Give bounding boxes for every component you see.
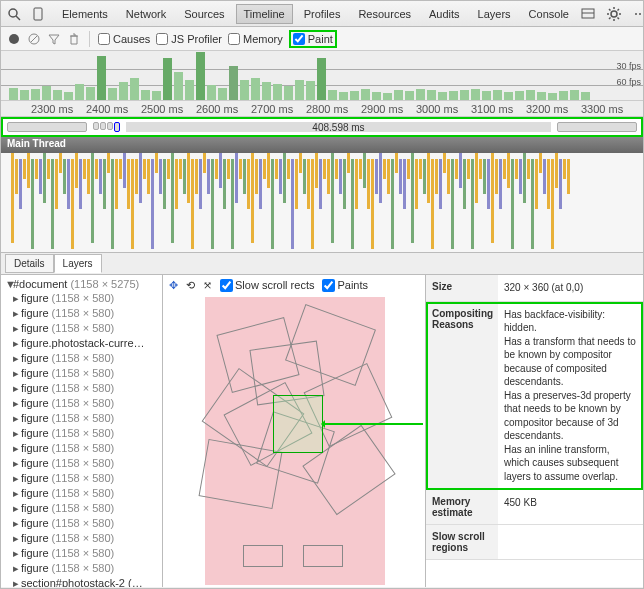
svg-line-13 — [617, 9, 619, 11]
tab-audits[interactable]: Audits — [422, 5, 467, 23]
tree-item[interactable]: ▸figure(1158 × 580) — [1, 561, 162, 576]
slow-rects-label: Slow scroll rects — [235, 279, 314, 291]
svg-rect-2 — [34, 8, 42, 20]
svg-line-10 — [609, 9, 611, 11]
svg-point-5 — [611, 11, 617, 17]
fps-30-label: 30 fps — [616, 61, 641, 71]
highlight-arrow — [323, 423, 423, 425]
svg-line-11 — [617, 17, 619, 19]
selected-layer[interactable] — [273, 395, 323, 453]
trash-icon[interactable] — [67, 32, 81, 46]
tree-item[interactable]: ▸figure(1158 × 580) — [1, 501, 162, 516]
gear-icon[interactable] — [606, 6, 622, 22]
tab-profiles[interactable]: Profiles — [297, 5, 348, 23]
overview-time: 408.598 ms — [312, 122, 364, 133]
overview[interactable]: 408.598 ms — [1, 117, 643, 137]
rotate-icon[interactable]: ⟲ — [186, 279, 195, 292]
tab-sources[interactable]: Sources — [177, 5, 231, 23]
drawer-icon[interactable] — [580, 6, 596, 22]
thread-header: Main Thread — [1, 137, 643, 153]
tab-resources[interactable]: Resources — [351, 5, 418, 23]
causes-label: Causes — [113, 33, 150, 45]
js-profiler-checkbox[interactable]: JS Profiler — [156, 33, 222, 45]
svg-point-17 — [9, 34, 19, 44]
js-label: JS Profiler — [171, 33, 222, 45]
tab-elements[interactable]: Elements — [55, 5, 115, 23]
tree-item[interactable]: ▸figure(1158 × 580) — [1, 471, 162, 486]
pan-icon[interactable]: ✥ — [169, 279, 178, 292]
prop-mem-val: 450 KB — [498, 490, 643, 524]
tab-timeline[interactable]: Timeline — [236, 4, 293, 24]
tree-item[interactable]: ▸figure(1158 × 580) — [1, 516, 162, 531]
flame-chart[interactable] — [1, 153, 643, 253]
tree-item[interactable]: ▸figure(1158 × 580) — [1, 441, 162, 456]
time-ruler[interactable]: 2300 ms2400 ms2500 ms2600 ms2700 ms2800 … — [1, 101, 643, 117]
properties-panel: Size320 × 360 (at 0,0) Compositing Reaso… — [425, 275, 643, 587]
svg-point-0 — [9, 9, 17, 17]
svg-line-1 — [16, 16, 20, 20]
tree-item[interactable]: ▸figure(1158 × 580) — [1, 531, 162, 546]
memory-label: Memory — [243, 33, 283, 45]
tree-item[interactable]: ▸figure(1158 × 580) — [1, 486, 162, 501]
svg-line-12 — [609, 17, 611, 19]
svg-line-19 — [31, 36, 37, 42]
fps-60-label: 60 fps — [616, 77, 641, 87]
tree-item[interactable]: ▸figure(1158 × 580) — [1, 396, 162, 411]
tree-item[interactable]: ▸figure(1158 × 580) — [1, 306, 162, 321]
paints-checkbox[interactable]: Paints — [322, 279, 368, 292]
slow-rects-checkbox[interactable]: Slow scroll rects — [220, 279, 314, 292]
prop-mem-key: Memory estimate — [426, 490, 498, 524]
prop-size-val: 320 × 360 (at 0,0) — [498, 275, 643, 301]
device-icon[interactable] — [33, 6, 43, 22]
fps-chart[interactable]: 30 fps 60 fps — [1, 51, 643, 101]
layer-canvas[interactable]: ✥ ⟲ ⤧ Slow scroll rects Paints — [163, 275, 425, 587]
prop-slow-key: Slow scroll regions — [426, 525, 498, 559]
separator — [89, 31, 90, 47]
tree-item[interactable]: ▸figure(1158 × 580) — [1, 546, 162, 561]
tree-item[interactable]: ▸figure(1158 × 580) — [1, 426, 162, 441]
tree-item[interactable]: ▸section#photostack-2 (… — [1, 576, 162, 587]
record-icon[interactable] — [7, 32, 21, 46]
reset-icon[interactable]: ⤧ — [203, 279, 212, 292]
tree-item[interactable]: ▸figure.photostack-curre… — [1, 336, 162, 351]
prop-size-key: Size — [426, 275, 498, 301]
prop-reasons-val: Has backface-visibility: hidden.Has a tr… — [498, 302, 643, 490]
tab-console[interactable]: Console — [522, 5, 576, 23]
prop-slow-val — [498, 525, 643, 559]
paints-label: Paints — [337, 279, 368, 291]
filter-icon[interactable] — [47, 32, 61, 46]
svg-point-14 — [635, 13, 637, 15]
layer-tree[interactable]: ▼#document(1158 × 5275)▸figure(1158 × 58… — [1, 275, 163, 587]
prop-reasons-key: Compositing Reasons — [426, 302, 498, 490]
tab-network[interactable]: Network — [119, 5, 173, 23]
tree-item[interactable]: ▸figure(1158 × 580) — [1, 411, 162, 426]
tree-item[interactable]: ▸figure(1158 × 580) — [1, 456, 162, 471]
tree-item[interactable]: ▸figure(1158 × 580) — [1, 366, 162, 381]
tab-layers[interactable]: Layers — [471, 5, 518, 23]
menu-icon[interactable] — [632, 6, 644, 22]
clear-icon[interactable] — [27, 32, 41, 46]
subtab-details[interactable]: Details — [5, 254, 54, 273]
subtab-layers[interactable]: Layers — [54, 254, 102, 273]
paint-label: Paint — [308, 33, 333, 45]
tree-item[interactable]: ▸figure(1158 × 580) — [1, 291, 162, 306]
tree-item[interactable]: ▸figure(1158 × 580) — [1, 381, 162, 396]
tree-item[interactable]: ▸figure(1158 × 580) — [1, 321, 162, 336]
memory-checkbox[interactable]: Memory — [228, 33, 283, 45]
paint-checkbox[interactable]: Paint — [289, 30, 337, 48]
layer-rect — [303, 545, 343, 567]
search-icon[interactable] — [7, 6, 21, 22]
svg-point-15 — [639, 13, 641, 15]
layer-rect — [243, 545, 283, 567]
tree-item[interactable]: ▸figure(1158 × 580) — [1, 351, 162, 366]
causes-checkbox[interactable]: Causes — [98, 33, 150, 45]
